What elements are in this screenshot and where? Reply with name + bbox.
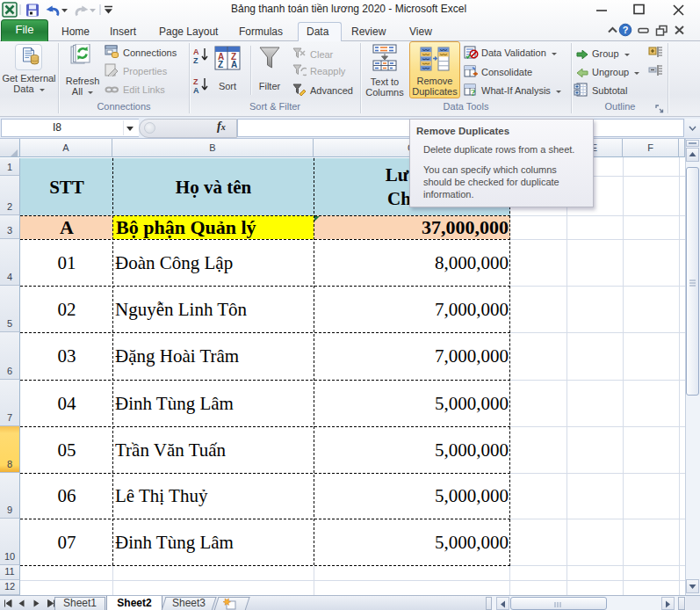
svg-text:A: A [193, 86, 199, 94]
svg-text:?: ? [623, 25, 629, 35]
svg-text:A: A [231, 60, 237, 69]
svg-text:Z: Z [193, 77, 198, 86]
svg-text:?: ? [471, 87, 476, 97]
svg-text:A: A [193, 47, 199, 56]
svg-text:Z: Z [193, 56, 198, 64]
svg-text:Z: Z [218, 60, 223, 69]
